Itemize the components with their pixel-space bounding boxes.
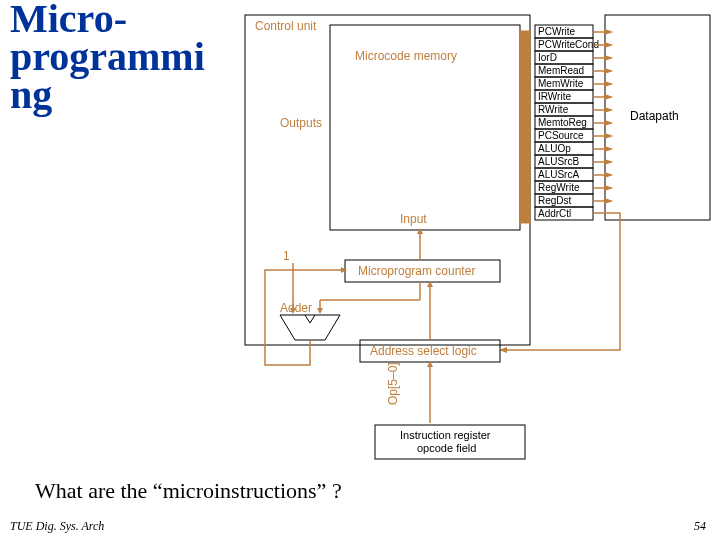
svg-text:ALUOp: ALUOp [538, 143, 571, 154]
svg-marker-39 [605, 56, 611, 60]
svg-text:MemWrite: MemWrite [538, 78, 584, 89]
svg-marker-49 [605, 121, 611, 125]
label-input: Input [400, 212, 427, 226]
svg-text:MemRead: MemRead [538, 65, 584, 76]
svg-text:ALUSrcB: ALUSrcB [538, 156, 579, 167]
svg-marker-65 [417, 228, 423, 234]
signal-list: PCWrite PCWriteCond IorD MemRead MemWrit… [535, 25, 599, 220]
slide-question: What are the “microinstructions” ? [35, 478, 342, 504]
svg-marker-43 [605, 82, 611, 86]
svg-marker-59 [605, 186, 611, 190]
svg-text:AddrCtl: AddrCtl [538, 208, 571, 219]
svg-text:RWrite: RWrite [538, 104, 569, 115]
label-ir-line1: Instruction register [400, 429, 491, 441]
label-ir-line2: opcode field [417, 442, 476, 454]
footer-page-number: 54 [694, 519, 706, 534]
svg-text:ALUSrcA: ALUSrcA [538, 169, 579, 180]
label-op-field: Op[5–0] [386, 362, 400, 405]
svg-marker-37 [605, 43, 611, 47]
label-control-unit: Control unit [255, 19, 317, 33]
svg-text:PCWrite: PCWrite [538, 26, 575, 37]
svg-marker-35 [605, 30, 611, 34]
svg-rect-3 [520, 31, 530, 223]
label-address-select: Address select logic [370, 344, 477, 358]
svg-text:PCWriteCond: PCWriteCond [538, 39, 599, 50]
svg-marker-57 [605, 173, 611, 177]
svg-marker-69 [317, 308, 323, 314]
svg-marker-45 [605, 95, 611, 99]
slide-title: Micro-programming [10, 0, 230, 114]
svg-text:RegDst: RegDst [538, 195, 572, 206]
svg-marker-47 [605, 108, 611, 112]
svg-marker-51 [605, 134, 611, 138]
label-outputs: Outputs [280, 116, 322, 130]
label-microcode-memory: Microcode memory [355, 49, 457, 63]
label-adder: Adder [280, 301, 312, 315]
label-datapath: Datapath [630, 109, 679, 123]
svg-rect-0 [245, 15, 530, 345]
label-one: 1 [283, 249, 290, 263]
svg-marker-53 [605, 147, 611, 151]
svg-marker-41 [605, 69, 611, 73]
svg-text:RegWrite: RegWrite [538, 182, 580, 193]
svg-text:PCSource: PCSource [538, 130, 584, 141]
svg-text:IRWrite: IRWrite [538, 91, 571, 102]
label-upc: Microprogram counter [358, 264, 475, 278]
svg-marker-55 [605, 160, 611, 164]
svg-marker-61 [605, 199, 611, 203]
svg-marker-72 [341, 267, 347, 273]
microprogramming-diagram: Control unit Microcode memory Outputs In… [225, 5, 715, 475]
footer-left: TUE Dig. Sys. Arch [10, 519, 104, 534]
svg-text:IorD: IorD [538, 52, 557, 63]
svg-text:MemtoReg: MemtoReg [538, 117, 587, 128]
